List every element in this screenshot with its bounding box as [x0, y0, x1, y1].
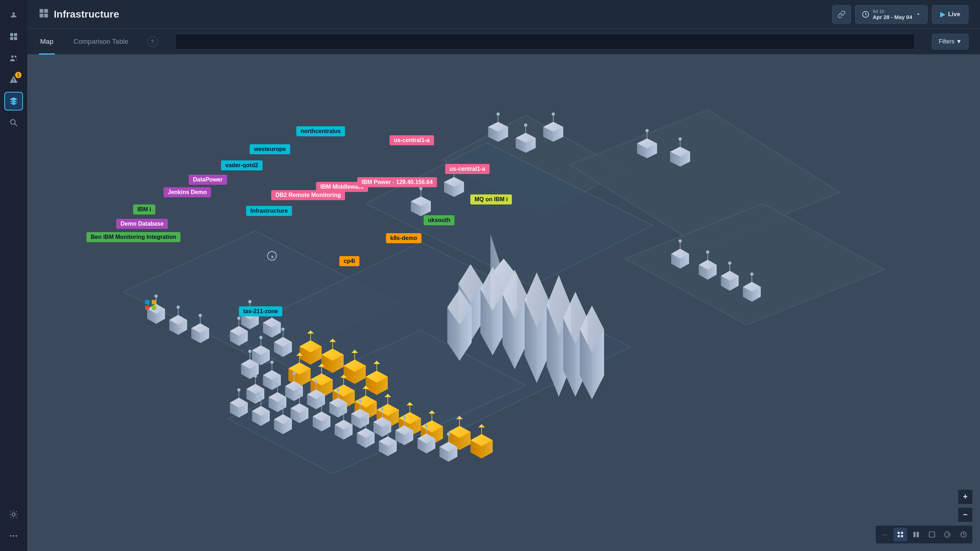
sidebar-icon-robot[interactable]: [4, 6, 23, 24]
help-button[interactable]: ?: [147, 36, 158, 47]
svg-point-291: [342, 410, 345, 414]
circle-view-button[interactable]: [941, 528, 955, 541]
sidebar-icon-alerts[interactable]: 1: [4, 70, 23, 89]
time-duration: 6d 1h: [873, 9, 912, 14]
live-label: Live: [948, 11, 960, 18]
tab-map[interactable]: Map: [39, 29, 55, 54]
svg-point-246: [706, 250, 709, 253]
svg-point-41: [524, 123, 527, 127]
search-input[interactable]: [175, 34, 915, 49]
svg-rect-333: [914, 532, 916, 537]
svg-point-261: [154, 295, 158, 298]
svg-point-12: [13, 81, 14, 82]
view-controls: ···: [875, 525, 973, 544]
svg-rect-2: [11, 16, 12, 17]
header: Infrastructure 6d 1h Apr 28 - May 04 ▶ L…: [27, 0, 980, 29]
time-range-button[interactable]: 6d 1h Apr 28 - May 04: [855, 5, 928, 24]
time-dates: Apr 28 - May 04: [873, 14, 912, 20]
alerts-badge: 1: [15, 72, 22, 78]
svg-point-8: [11, 55, 14, 58]
infrastructure-icon: [39, 8, 49, 21]
svg-point-181: [281, 328, 285, 331]
svg-point-241: [678, 239, 682, 242]
svg-rect-21: [44, 9, 48, 13]
svg-point-61: [452, 167, 455, 171]
svg-point-36: [496, 112, 500, 116]
svg-line-14: [15, 124, 17, 126]
svg-point-17: [10, 535, 11, 537]
more-view-button[interactable]: ···: [878, 528, 891, 541]
svg-rect-331: [898, 535, 900, 537]
svg-point-321: [281, 404, 285, 408]
map-area[interactable]: northcentralus westeurope vader-qotd2 us…: [27, 54, 980, 551]
svg-point-171: [270, 308, 274, 311]
zoom-out-button[interactable]: −: [958, 507, 973, 522]
svg-rect-11: [13, 78, 14, 81]
svg-rect-1: [12, 15, 16, 18]
svg-point-201: [292, 372, 296, 375]
svg-point-211: [336, 388, 340, 391]
svg-rect-323: [152, 300, 156, 304]
tab-comparison-table[interactable]: Comparison Table: [72, 29, 130, 54]
svg-rect-7: [14, 37, 17, 40]
svg-point-216: [359, 399, 362, 403]
svg-rect-6: [10, 37, 13, 40]
svg-rect-20: [40, 9, 43, 13]
svg-point-286: [320, 402, 323, 405]
svg-point-18: [13, 535, 14, 537]
svg-point-46: [552, 112, 555, 116]
svg-rect-322: [145, 300, 149, 304]
link-button[interactable]: [832, 5, 851, 24]
svg-rect-332: [901, 535, 903, 537]
svg-rect-4: [10, 33, 13, 36]
sidebar-icon-settings[interactable]: [4, 505, 23, 524]
svg-rect-329: [898, 532, 900, 534]
zoom-in-button[interactable]: +: [958, 489, 973, 504]
play-icon: ▶: [940, 10, 945, 18]
clock-view-button[interactable]: [957, 528, 970, 541]
svg-point-231: [425, 424, 428, 427]
page-title: Infrastructure: [54, 9, 119, 20]
grid-view-button[interactable]: [894, 528, 907, 541]
svg-point-15: [13, 513, 15, 516]
live-button[interactable]: ▶ Live: [932, 5, 969, 24]
filter-button[interactable]: Filters ▼: [932, 34, 969, 49]
svg-rect-5: [14, 33, 17, 36]
sidebar-icon-users[interactable]: [4, 49, 23, 67]
main-content: Infrastructure 6d 1h Apr 28 - May 04 ▶ L…: [27, 0, 980, 551]
svg-point-306: [254, 374, 257, 378]
sidebar-icon-more[interactable]: [4, 527, 23, 545]
svg-point-236: [447, 432, 450, 435]
svg-rect-325: [152, 306, 156, 310]
svg-rect-23: [44, 14, 48, 17]
header-controls: 6d 1h Apr 28 - May 04 ▶ Live: [832, 5, 969, 24]
svg-rect-330: [901, 532, 903, 534]
sidebar-icon-dashboard[interactable]: [4, 27, 23, 46]
svg-marker-161: [478, 424, 485, 427]
svg-point-251: [728, 261, 732, 265]
tab-bar: Map Comparison Table ? Filters ▼: [27, 29, 980, 54]
svg-point-66: [419, 187, 423, 190]
sidebar-icon-search[interactable]: [4, 113, 23, 132]
svg-point-186: [259, 336, 262, 339]
svg-point-256: [750, 272, 753, 276]
sidebar: 1: [0, 0, 27, 551]
sidebar-icon-infrastructure[interactable]: [4, 92, 23, 110]
svg-point-19: [16, 535, 17, 537]
split-view-button[interactable]: [909, 528, 923, 541]
infrastructure-map: [27, 54, 980, 551]
svg-rect-335: [929, 532, 935, 537]
svg-point-221: [380, 408, 384, 411]
svg-point-276: [276, 383, 279, 386]
svg-point-301: [386, 427, 389, 430]
svg-rect-324: [145, 306, 149, 310]
svg-point-196: [270, 360, 274, 364]
svg-point-0: [13, 12, 15, 15]
svg-point-266: [177, 306, 180, 309]
svg-point-9: [15, 56, 16, 57]
svg-point-56: [678, 137, 682, 141]
svg-point-206: [315, 380, 318, 383]
tag-view-button[interactable]: [925, 528, 939, 541]
svg-point-271: [199, 314, 202, 317]
svg-point-51: [645, 129, 649, 132]
